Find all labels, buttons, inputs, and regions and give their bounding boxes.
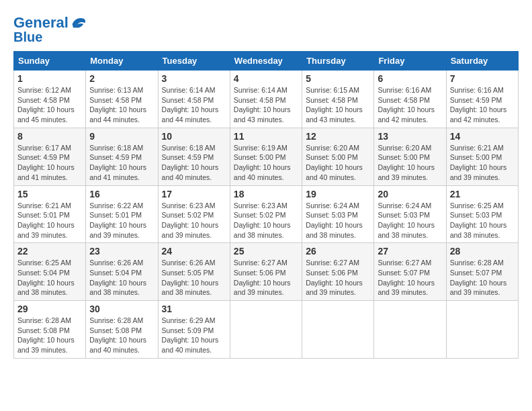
calendar-cell: 20 Sunrise: 6:24 AM Sunset: 5:03 PM Dayl… (374, 185, 446, 243)
calendar-cell: 29 Sunrise: 6:28 AM Sunset: 5:08 PM Dayl… (14, 301, 86, 359)
day-info: Sunrise: 6:22 AM Sunset: 5:01 PM Dayligh… (89, 201, 154, 240)
calendar-cell: 8 Sunrise: 6:17 AM Sunset: 4:59 PM Dayli… (14, 128, 86, 185)
weekday-header-monday: Monday (86, 52, 158, 71)
day-number: 24 (162, 246, 226, 257)
day-info: Sunrise: 6:27 AM Sunset: 5:07 PM Dayligh… (378, 258, 442, 298)
page-header: General Blue (13, 13, 519, 44)
calendar-cell: 17 Sunrise: 6:23 AM Sunset: 5:02 PM Dayl… (158, 185, 230, 243)
day-info: Sunrise: 6:26 AM Sunset: 5:04 PM Dayligh… (89, 258, 154, 298)
day-info: Sunrise: 6:25 AM Sunset: 5:04 PM Dayligh… (17, 258, 82, 298)
weekday-header-saturday: Saturday (446, 52, 518, 71)
day-info: Sunrise: 6:16 AM Sunset: 4:58 PM Dayligh… (378, 85, 442, 125)
day-info: Sunrise: 6:24 AM Sunset: 5:03 PM Dayligh… (378, 201, 442, 240)
day-info: Sunrise: 6:19 AM Sunset: 5:00 PM Dayligh… (234, 143, 298, 183)
day-info: Sunrise: 6:18 AM Sunset: 4:59 PM Dayligh… (162, 143, 226, 183)
calendar-cell: 2 Sunrise: 6:13 AM Sunset: 4:58 PM Dayli… (86, 71, 158, 128)
calendar-cell: 13 Sunrise: 6:20 AM Sunset: 5:00 PM Dayl… (374, 128, 446, 185)
day-number: 1 (17, 73, 82, 84)
day-info: Sunrise: 6:14 AM Sunset: 4:58 PM Dayligh… (234, 85, 298, 125)
calendar-cell: 11 Sunrise: 6:19 AM Sunset: 5:00 PM Dayl… (230, 128, 302, 185)
day-info: Sunrise: 6:23 AM Sunset: 5:02 PM Dayligh… (234, 201, 298, 240)
calendar-week-row: 29 Sunrise: 6:28 AM Sunset: 5:08 PM Dayl… (14, 301, 519, 359)
day-info: Sunrise: 6:21 AM Sunset: 5:01 PM Dayligh… (17, 201, 82, 240)
day-number: 5 (306, 73, 370, 84)
day-number: 6 (378, 73, 442, 84)
calendar-week-row: 22 Sunrise: 6:25 AM Sunset: 5:04 PM Dayl… (14, 243, 519, 301)
day-info: Sunrise: 6:28 AM Sunset: 5:08 PM Dayligh… (89, 316, 154, 355)
calendar-week-row: 15 Sunrise: 6:21 AM Sunset: 5:01 PM Dayl… (14, 185, 519, 243)
day-info: Sunrise: 6:26 AM Sunset: 5:05 PM Dayligh… (162, 258, 226, 298)
calendar-header-row: SundayMondayTuesdayWednesdayThursdayFrid… (14, 52, 519, 71)
calendar-cell: 21 Sunrise: 6:25 AM Sunset: 5:03 PM Dayl… (446, 185, 518, 243)
calendar-cell: 25 Sunrise: 6:27 AM Sunset: 5:06 PM Dayl… (230, 243, 302, 301)
calendar-cell: 5 Sunrise: 6:15 AM Sunset: 4:58 PM Dayli… (302, 71, 374, 128)
calendar-cell: 28 Sunrise: 6:28 AM Sunset: 5:07 PM Dayl… (446, 243, 518, 301)
calendar-cell: 18 Sunrise: 6:23 AM Sunset: 5:02 PM Dayl… (230, 185, 302, 243)
day-info: Sunrise: 6:20 AM Sunset: 5:00 PM Dayligh… (306, 143, 370, 183)
day-info: Sunrise: 6:24 AM Sunset: 5:03 PM Dayligh… (306, 201, 370, 240)
day-info: Sunrise: 6:25 AM Sunset: 5:03 PM Dayligh… (450, 201, 515, 240)
calendar-cell (374, 301, 446, 359)
weekday-header-friday: Friday (374, 52, 446, 71)
day-info: Sunrise: 6:14 AM Sunset: 4:58 PM Dayligh… (162, 85, 226, 125)
day-number: 8 (17, 131, 82, 142)
day-number: 22 (17, 246, 82, 257)
calendar-cell: 19 Sunrise: 6:24 AM Sunset: 5:03 PM Dayl… (302, 185, 374, 243)
day-number: 12 (306, 131, 370, 142)
weekday-header-thursday: Thursday (302, 52, 374, 71)
day-number: 31 (162, 304, 226, 314)
weekday-header-tuesday: Tuesday (158, 52, 230, 71)
day-info: Sunrise: 6:21 AM Sunset: 5:00 PM Dayligh… (450, 143, 515, 183)
day-number: 13 (378, 131, 442, 142)
logo-blue-text: Blue (13, 30, 42, 44)
logo-bird-icon (69, 13, 87, 32)
day-number: 28 (450, 246, 515, 257)
calendar-cell (230, 301, 302, 359)
logo: General Blue (13, 13, 87, 44)
calendar-cell: 26 Sunrise: 6:27 AM Sunset: 5:06 PM Dayl… (302, 243, 374, 301)
calendar-table: SundayMondayTuesdayWednesdayThursdayFrid… (13, 51, 519, 359)
day-info: Sunrise: 6:17 AM Sunset: 4:59 PM Dayligh… (17, 143, 82, 183)
day-info: Sunrise: 6:15 AM Sunset: 4:58 PM Dayligh… (306, 85, 370, 125)
day-number: 20 (378, 189, 442, 199)
calendar-cell: 24 Sunrise: 6:26 AM Sunset: 5:05 PM Dayl… (158, 243, 230, 301)
calendar-cell: 14 Sunrise: 6:21 AM Sunset: 5:00 PM Dayl… (446, 128, 518, 185)
day-number: 14 (450, 131, 515, 142)
day-number: 10 (162, 131, 226, 142)
day-number: 30 (89, 304, 154, 314)
day-number: 7 (450, 73, 515, 84)
calendar-cell: 4 Sunrise: 6:14 AM Sunset: 4:58 PM Dayli… (230, 71, 302, 128)
day-info: Sunrise: 6:28 AM Sunset: 5:08 PM Dayligh… (17, 316, 82, 355)
calendar-cell: 22 Sunrise: 6:25 AM Sunset: 5:04 PM Dayl… (14, 243, 86, 301)
calendar-cell: 27 Sunrise: 6:27 AM Sunset: 5:07 PM Dayl… (374, 243, 446, 301)
day-number: 4 (234, 73, 298, 84)
day-info: Sunrise: 6:27 AM Sunset: 5:06 PM Dayligh… (306, 258, 370, 298)
day-number: 9 (89, 131, 154, 142)
day-info: Sunrise: 6:29 AM Sunset: 5:09 PM Dayligh… (162, 316, 226, 355)
day-info: Sunrise: 6:18 AM Sunset: 4:59 PM Dayligh… (89, 143, 154, 183)
day-number: 26 (306, 246, 370, 257)
day-number: 17 (162, 189, 226, 199)
day-info: Sunrise: 6:13 AM Sunset: 4:58 PM Dayligh… (89, 85, 154, 125)
calendar-cell (302, 301, 374, 359)
weekday-header-sunday: Sunday (14, 52, 86, 71)
day-info: Sunrise: 6:28 AM Sunset: 5:07 PM Dayligh… (450, 258, 515, 298)
calendar-cell: 6 Sunrise: 6:16 AM Sunset: 4:58 PM Dayli… (374, 71, 446, 128)
calendar-cell: 7 Sunrise: 6:16 AM Sunset: 4:59 PM Dayli… (446, 71, 518, 128)
calendar-cell: 12 Sunrise: 6:20 AM Sunset: 5:00 PM Dayl… (302, 128, 374, 185)
calendar-cell: 10 Sunrise: 6:18 AM Sunset: 4:59 PM Dayl… (158, 128, 230, 185)
day-number: 29 (17, 304, 82, 314)
day-number: 19 (306, 189, 370, 199)
calendar-cell: 1 Sunrise: 6:12 AM Sunset: 4:58 PM Dayli… (14, 71, 86, 128)
day-number: 25 (234, 246, 298, 257)
calendar-week-row: 1 Sunrise: 6:12 AM Sunset: 4:58 PM Dayli… (14, 71, 519, 128)
day-number: 11 (234, 131, 298, 142)
day-info: Sunrise: 6:23 AM Sunset: 5:02 PM Dayligh… (162, 201, 226, 240)
calendar-cell: 9 Sunrise: 6:18 AM Sunset: 4:59 PM Dayli… (86, 128, 158, 185)
day-number: 3 (162, 73, 226, 84)
calendar-week-row: 8 Sunrise: 6:17 AM Sunset: 4:59 PM Dayli… (14, 128, 519, 185)
day-number: 23 (89, 246, 154, 257)
day-number: 27 (378, 246, 442, 257)
day-info: Sunrise: 6:16 AM Sunset: 4:59 PM Dayligh… (450, 85, 515, 125)
calendar-cell: 15 Sunrise: 6:21 AM Sunset: 5:01 PM Dayl… (14, 185, 86, 243)
